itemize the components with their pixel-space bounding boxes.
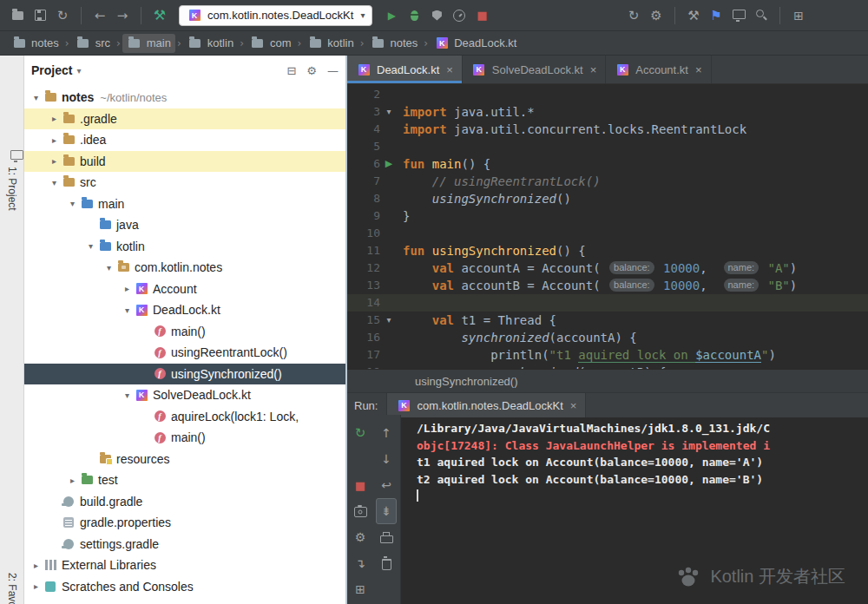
debug-button[interactable] — [404, 5, 424, 26]
hierarchy-button[interactable]: ⊞ — [788, 5, 809, 26]
tree-chevron-icon[interactable]: ▾ — [84, 241, 97, 251]
breadcrumb-item-kotlin-3[interactable]: kotlin — [183, 34, 238, 53]
breadcrumb-item-notes-0[interactable]: notes — [7, 34, 63, 53]
tree-chevron-icon[interactable]: ▸ — [30, 581, 43, 591]
run-line-icon[interactable]: ▶ — [380, 155, 398, 173]
tree-item-main[interactable]: fmain() — [24, 321, 345, 343]
tree-item-account[interactable]: ▸KAccount — [24, 279, 345, 300]
editor-breadcrumb[interactable]: usingSynchronized() — [415, 375, 518, 388]
collapse-all-button[interactable]: ⊟ — [286, 64, 296, 77]
print-button[interactable] — [376, 524, 397, 550]
rerun-button[interactable]: ↻ — [350, 420, 371, 446]
tree-item-main[interactable]: ▾main — [24, 194, 345, 215]
tree-chevron-icon[interactable]: ▸ — [30, 561, 43, 570]
attach-button[interactable]: ↴ — [350, 550, 371, 576]
tree-item-build-gradle[interactable]: build.gradle — [24, 491, 345, 513]
close-icon[interactable]: × — [446, 63, 453, 76]
tree-chevron-icon[interactable]: ▸ — [48, 135, 61, 145]
tree-chevron-icon[interactable]: ▾ — [121, 391, 134, 400]
tree-item-deadlock-kt[interactable]: ▾KDeadLock.kt — [24, 299, 345, 321]
tree-item-gradle[interactable]: ▸.gradle — [24, 108, 345, 130]
wrench-button[interactable]: ⚒ — [683, 5, 704, 26]
tree-item-idea[interactable]: ▸.idea — [24, 129, 345, 151]
tree-chevron-icon[interactable]: ▸ — [48, 156, 61, 166]
soft-wrap-button[interactable]: ↩ — [376, 472, 397, 498]
editor-tab-deadlock-kt[interactable]: KDeadLock.kt× — [347, 56, 463, 83]
tree-item-gradle-properties[interactable]: gradle.properties — [24, 512, 345, 534]
tree-chevron-icon[interactable]: ▾ — [30, 93, 43, 102]
breadcrumb-item-notes-6[interactable]: notes — [366, 34, 423, 53]
code-line-2[interactable]: 2 — [347, 86, 868, 103]
scroll-end-button[interactable]: ⇟ — [376, 498, 397, 524]
tree-item-scratches-and-consoles[interactable]: ▸Scratches and Consoles — [24, 576, 345, 598]
save-button[interactable] — [30, 5, 50, 26]
stop-button[interactable]: ■ — [350, 472, 371, 498]
code-line-13[interactable]: 13 val accountB = Account( balance: 1000… — [347, 277, 868, 294]
fold-icon[interactable]: ▾ — [380, 103, 398, 121]
profiler-button[interactable] — [449, 5, 470, 26]
run-configuration-select[interactable]: K com.kotlin.notes.DeadLockKt ▾ — [179, 5, 372, 26]
tree-item-java[interactable]: java — [24, 214, 345, 236]
editor-tab-account-kt[interactable]: KAccount.kt× — [606, 56, 711, 83]
tool-window-button-favorites[interactable]: 2: Favorites — [6, 573, 18, 604]
settings-gear-button[interactable]: ⚙ — [646, 5, 667, 26]
up-button[interactable]: ↑ — [376, 420, 397, 446]
forward-button[interactable]: → — [112, 5, 133, 26]
hide-panel-button[interactable]: — — [327, 64, 339, 77]
search-button[interactable] — [751, 5, 772, 26]
breadcrumb-item-main-2[interactable]: main — [122, 34, 175, 53]
code-line-16[interactable]: 16 synchronized(accountA) { — [347, 329, 868, 346]
close-icon[interactable]: × — [570, 399, 577, 412]
tree-chevron-icon[interactable]: ▸ — [66, 476, 79, 485]
close-icon[interactable]: × — [695, 63, 702, 76]
coverage-button[interactable] — [426, 5, 447, 26]
tree-item-external-libraries[interactable]: ▸External Libraries — [24, 555, 345, 576]
tree-item-solvedeadlock-kt[interactable]: ▾KSolveDeadLock.kt — [24, 384, 345, 406]
project-structure-button[interactable]: ⚑ — [706, 5, 727, 26]
close-icon[interactable]: × — [590, 63, 597, 76]
run-tab[interactable]: K com.kotlin.notes.DeadLockKt × — [386, 393, 586, 417]
tree-chevron-icon[interactable]: ▾ — [121, 305, 134, 315]
code-line-6[interactable]: 6▶fun main() { — [347, 155, 868, 173]
code-editor[interactable]: 23▾import java.util.*4import java.util.c… — [347, 84, 868, 369]
tree-item-kotlin[interactable]: ▾kotlin — [24, 236, 345, 258]
tree-chevron-icon[interactable]: ▾ — [102, 263, 115, 272]
code-line-3[interactable]: 3▾import java.util.* — [347, 103, 868, 121]
tree-item-com-kotlin-notes[interactable]: ▾com.kotlin.notes — [24, 257, 345, 279]
tree-item-build[interactable]: ▸build — [24, 151, 345, 173]
fold-icon[interactable]: ▾ — [380, 312, 398, 329]
project-panel-title[interactable]: Project ▾ — [31, 63, 82, 77]
updates-button[interactable]: ↻ — [623, 5, 644, 26]
tree-item-main[interactable]: fmain() — [24, 427, 345, 449]
editor-tab-solvedeadlock-kt[interactable]: KSolveDeadLock.kt× — [463, 56, 606, 83]
settings-button[interactable]: ⚙ — [350, 524, 371, 550]
open-button[interactable] — [7, 5, 28, 26]
tree-item-notes[interactable]: ▾notes~/kotlin/notes — [24, 87, 345, 108]
code-line-7[interactable]: 7 // usingReentrantLock() — [347, 173, 868, 190]
tree-item-settings-gradle[interactable]: settings.gradle — [24, 534, 345, 555]
tree-item-test[interactable]: ▸test — [24, 469, 345, 491]
code-line-9[interactable]: 9} — [347, 207, 868, 225]
breadcrumb-item-kotlin-5[interactable]: kotlin — [303, 34, 358, 53]
code-line-8[interactable]: 8 usingSynchronized() — [347, 190, 868, 207]
tree-chevron-icon[interactable]: ▾ — [66, 199, 79, 208]
sync-button[interactable]: ↻ — [52, 5, 73, 26]
build-hammer-button[interactable]: ⚒ — [149, 5, 170, 26]
code-line-12[interactable]: 12 val accountA = Account( balance: 1000… — [347, 259, 868, 277]
breadcrumb-item-src-1[interactable]: src — [71, 34, 115, 53]
clear-button[interactable] — [376, 550, 397, 576]
back-button[interactable]: ← — [89, 5, 110, 26]
code-line-11[interactable]: 11fun usingSynchronized() { — [347, 242, 868, 259]
terminal-button[interactable] — [728, 5, 749, 26]
tree-chevron-icon[interactable]: ▸ — [48, 114, 61, 123]
code-line-17[interactable]: 17 println("t1 aquired lock on $accountA… — [347, 346, 868, 364]
tree-item-resources[interactable]: resources — [24, 449, 345, 470]
tree-chevron-icon[interactable]: ▸ — [121, 284, 134, 293]
run-button[interactable]: ▶ — [381, 5, 402, 26]
code-line-5[interactable]: 5 — [347, 138, 868, 155]
tree-item-src[interactable]: ▾src — [24, 172, 345, 194]
tree-item-aquirelock-lock1-lock[interactable]: faquireLock(lock1: Lock, — [24, 406, 345, 428]
tool-window-button-project[interactable]: 1: Project — [6, 167, 18, 211]
tree-item-usingreentrantlock[interactable]: fusingReentrantLock() — [24, 342, 345, 364]
code-line-10[interactable]: 10 — [347, 225, 868, 242]
